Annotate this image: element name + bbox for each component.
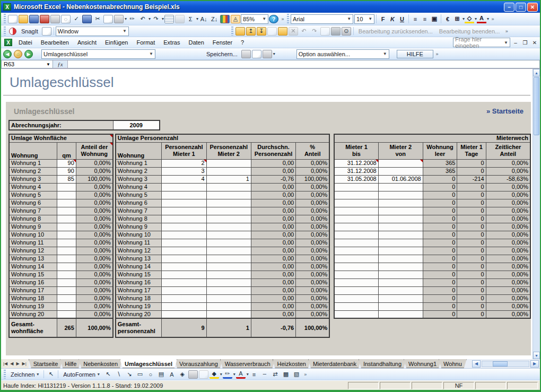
cell-p1[interactable] bbox=[162, 271, 206, 278]
cell-name[interactable]: Wohnung 1 bbox=[9, 159, 57, 167]
cell-m2von[interactable] bbox=[378, 231, 423, 239]
open-icon[interactable] bbox=[19, 15, 28, 23]
cell-anteil[interactable]: 0,00% bbox=[76, 278, 112, 286]
cell-anteil[interactable]: 0,00% bbox=[76, 255, 112, 263]
cell-zeit[interactable]: 0,00% bbox=[486, 278, 530, 286]
fill-color-icon[interactable]: ◇ bbox=[465, 15, 474, 23]
cell-leer[interactable]: 0 bbox=[423, 191, 457, 199]
cell-p1[interactable] bbox=[162, 223, 206, 231]
toolbar-handle[interactable] bbox=[287, 14, 289, 23]
cell-leer[interactable]: 0 bbox=[423, 271, 457, 278]
cell-qm[interactable] bbox=[57, 294, 76, 302]
cell-pct[interactable]: 0,00% bbox=[296, 223, 330, 231]
cell-name[interactable]: Wohnung 18 bbox=[9, 294, 57, 302]
cell-zeit[interactable]: 0,00% bbox=[486, 239, 530, 247]
cell-leer[interactable]: 0 bbox=[423, 207, 457, 215]
scroll-left-icon[interactable]: ◀ bbox=[472, 360, 481, 368]
last-sheet-icon[interactable]: ▶| bbox=[21, 361, 28, 366]
cell-name[interactable]: Wohnung 9 bbox=[9, 223, 57, 231]
cell-avg[interactable]: 0,00 bbox=[251, 223, 295, 231]
cell-pct[interactable]: 0,00% bbox=[296, 159, 330, 167]
cell-pct[interactable]: 0,00% bbox=[296, 207, 330, 215]
toolbar-options-icon[interactable]: » bbox=[434, 51, 440, 57]
rectangle-icon[interactable]: ▭ bbox=[135, 370, 145, 379]
paste-dropdown-icon[interactable]: ▾ bbox=[125, 16, 127, 21]
cell-p2[interactable] bbox=[206, 215, 251, 223]
cell-p1[interactable] bbox=[162, 294, 206, 302]
cell-avg[interactable]: 0,00 bbox=[251, 183, 295, 191]
question-input[interactable]: Frage hier eingeben▼ bbox=[453, 38, 510, 47]
cell-m2von[interactable] bbox=[378, 302, 423, 310]
sheet-tab-startseite[interactable]: Startseite bbox=[29, 359, 63, 368]
cell-p2[interactable] bbox=[206, 255, 251, 263]
startseite-link[interactable]: » Startseite bbox=[486, 107, 523, 115]
cell-leer[interactable]: 0 bbox=[423, 286, 457, 294]
cell-tage[interactable]: 0 bbox=[457, 286, 486, 294]
sheet-tab-umlageschl-ssel[interactable]: Umlageschlüssel bbox=[120, 359, 177, 368]
cell-m1bis[interactable] bbox=[334, 286, 378, 294]
cell-name[interactable]: Wohnung 18 bbox=[116, 294, 162, 302]
menu-daten[interactable]: Daten bbox=[184, 38, 208, 47]
sheet-tab-heizkosten[interactable]: Heizkosten bbox=[273, 359, 311, 368]
cell-tage[interactable]: 0 bbox=[457, 302, 486, 310]
cell-qm[interactable] bbox=[57, 239, 76, 247]
italic-button[interactable]: K bbox=[388, 15, 397, 23]
cell-qm[interactable] bbox=[57, 215, 76, 223]
cell-name[interactable]: Wohnung 10 bbox=[9, 231, 57, 239]
undo-dropdown-icon[interactable]: ▾ bbox=[149, 16, 151, 21]
cell-anteil[interactable]: 100,00% bbox=[76, 175, 112, 183]
autosum-dropdown-icon[interactable]: ▾ bbox=[196, 16, 198, 21]
cell-name[interactable]: Wohnung 13 bbox=[9, 255, 57, 263]
cell-leer[interactable]: 0 bbox=[423, 294, 457, 302]
cell-zeit[interactable]: 0,00% bbox=[486, 263, 530, 271]
cell-qm[interactable] bbox=[57, 286, 76, 294]
cell-anteil[interactable]: 0,00% bbox=[76, 310, 112, 318]
cell-zeit[interactable]: 0,00% bbox=[486, 310, 530, 318]
cell-name[interactable]: Wohnung 17 bbox=[116, 286, 162, 294]
cell-p2[interactable] bbox=[206, 223, 251, 231]
status-cell-4[interactable] bbox=[475, 382, 506, 389]
cell-m2von[interactable] bbox=[378, 215, 423, 223]
fill-color-icon[interactable]: ◆ bbox=[210, 370, 219, 379]
cell-tage[interactable]: 0 bbox=[457, 207, 486, 215]
prev-sheet-icon[interactable]: ◀ bbox=[9, 361, 14, 366]
zeichnen-button[interactable]: Zeichnen▾ bbox=[7, 371, 42, 378]
cell-anteil[interactable]: 0,00% bbox=[76, 271, 112, 278]
drawing-icon[interactable]: ◬ bbox=[231, 15, 240, 23]
cell-p2[interactable] bbox=[206, 191, 251, 199]
cell-leer[interactable]: 0 bbox=[423, 255, 457, 263]
attachment-icon[interactable]: ⊙ bbox=[342, 27, 351, 36]
cell-anteil[interactable]: 0,00% bbox=[76, 263, 112, 271]
cell-name[interactable]: Wohnung 4 bbox=[9, 183, 57, 191]
cell-m2von[interactable] bbox=[378, 183, 423, 191]
cell-avg[interactable]: 0,00 bbox=[251, 215, 295, 223]
cell-avg[interactable]: 0,00 bbox=[251, 271, 295, 278]
cell-m2von[interactable]: 01.06.2008 bbox=[378, 175, 423, 183]
cell-p1[interactable] bbox=[162, 247, 206, 255]
picture-icon[interactable] bbox=[199, 370, 208, 379]
cell-m2von[interactable] bbox=[378, 263, 423, 271]
shadow-style-icon[interactable]: ▩ bbox=[281, 370, 291, 379]
menu-bearbeiten[interactable]: Bearbeiten bbox=[37, 38, 73, 47]
cell-tage[interactable]: 0 bbox=[457, 294, 486, 302]
sort-descending-icon[interactable]: Z↓ bbox=[210, 15, 219, 23]
cell-m1bis[interactable] bbox=[334, 191, 378, 199]
save-icon[interactable] bbox=[29, 15, 39, 23]
minimize-button[interactable]: – bbox=[504, 3, 514, 12]
cell-name[interactable]: Wohnung 16 bbox=[9, 278, 57, 286]
toolbar-options-icon[interactable]: » bbox=[280, 16, 285, 22]
cell-zeit[interactable]: 0,00% bbox=[486, 247, 530, 255]
cell-anteil[interactable]: 0,00% bbox=[76, 231, 112, 239]
cell-m1bis[interactable] bbox=[334, 271, 378, 278]
arrow-icon[interactable]: ↘ bbox=[125, 370, 134, 379]
help-icon[interactable]: ? bbox=[269, 15, 278, 23]
cell-leer[interactable]: 0 bbox=[423, 239, 457, 247]
cell-anteil[interactable]: 0,00% bbox=[76, 223, 112, 231]
cell-m2von[interactable] bbox=[378, 223, 423, 231]
cell-name[interactable]: Wohnung 2 bbox=[116, 167, 162, 175]
cell-tage[interactable]: 0 bbox=[457, 278, 486, 286]
cell-name[interactable]: Wohnung 14 bbox=[116, 263, 162, 271]
clipart-icon[interactable] bbox=[188, 370, 198, 379]
cell-qm[interactable] bbox=[57, 310, 76, 318]
borders-icon[interactable]: ⊞ bbox=[452, 15, 462, 23]
